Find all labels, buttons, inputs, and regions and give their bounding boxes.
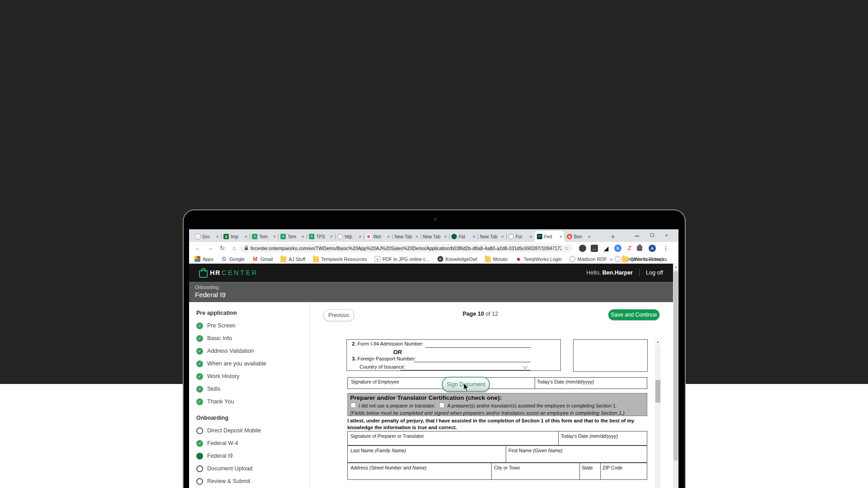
browser-tab[interactable]: XImp× <box>221 231 250 242</box>
browser-tab[interactable]: +TPS× <box>307 231 335 242</box>
bookmark-item[interactable]: ʘKnowledgeOwl <box>437 256 477 262</box>
bookmarks-overflow-icon[interactable]: » <box>610 256 612 262</box>
tab-close-icon[interactable]: × <box>444 234 447 239</box>
bookmark-item[interactable]: Apps <box>194 256 213 262</box>
google-icon: G <box>221 256 227 262</box>
sidebar-item-work-history[interactable]: ✓Work History <box>189 370 309 383</box>
tab-close-icon[interactable]: × <box>530 234 532 239</box>
bookmark-item[interactable]: GGoogle <box>221 256 245 262</box>
tab-close-icon[interactable]: × <box>302 234 304 239</box>
back-icon[interactable]: ← <box>194 245 200 251</box>
globe-icon <box>569 256 575 262</box>
bookmark-item[interactable]: ◆TempWorks Login <box>516 256 562 262</box>
browser-tab[interactable]: http× <box>335 231 364 242</box>
page-scrollbar[interactable]: ▲ <box>673 264 678 488</box>
check-icon: ✓ <box>196 386 203 393</box>
preparer-assisted-checkbox[interactable] <box>439 403 445 408</box>
scroll-up-icon[interactable]: ▲ <box>673 264 678 270</box>
doc-icon: ≡ <box>195 234 200 239</box>
document-scrollbar[interactable]: ▲ <box>655 339 661 488</box>
log-off-button[interactable]: Log off <box>646 270 663 276</box>
sidebar-item-pre-screen[interactable]: ✓Pre Screen <box>189 319 309 332</box>
i94-input-line[interactable] <box>425 347 531 348</box>
tab-close-icon[interactable]: × <box>216 234 219 239</box>
home-icon[interactable]: ⌂ <box>232 245 236 251</box>
browser-tab[interactable]: ≣Wel× <box>364 231 392 242</box>
profile-avatar[interactable]: A <box>649 245 656 252</box>
close-icon[interactable]: × <box>665 232 668 239</box>
browser-tab[interactable]: HRFed× <box>535 231 564 242</box>
browser-tab[interactable]: +Tem× <box>278 231 307 242</box>
bookmark-star-icon[interactable]: ☆ <box>564 245 569 251</box>
tab-close-icon[interactable]: × <box>416 234 418 239</box>
new-tab-button[interactable]: + <box>607 231 618 242</box>
extension-icon[interactable] <box>579 245 586 252</box>
reload-icon[interactable]: ↻ <box>220 245 225 251</box>
chart-extension-icon[interactable]: ◢ <box>602 245 610 252</box>
tab-title: Tem <box>288 234 300 239</box>
sidebar-item-address-validation[interactable]: ✓Address Validation <box>189 345 309 357</box>
sidebar-item-thank-you[interactable]: ✓Thank You <box>189 395 309 408</box>
tab-close-icon[interactable]: × <box>588 234 591 239</box>
country-select-line[interactable] <box>400 370 531 370</box>
address-label: Address (Street Number and Name) <box>351 465 427 470</box>
bookmark-label: Mosaic <box>493 256 508 262</box>
browser-tab[interactable]: New Tab× <box>478 231 506 242</box>
tab-close-icon[interactable]: × <box>387 234 390 239</box>
main-panel: Previous Page 10 of 12 Save and Continue… <box>310 302 673 488</box>
scrollbar-thumb[interactable] <box>674 271 678 461</box>
tab-close-icon[interactable]: × <box>359 234 361 239</box>
sidebar-item-label: Pre Screen <box>207 322 236 329</box>
sidebar-item-basic-info[interactable]: ✓Basic Info <box>189 332 309 345</box>
tab-title: Gro <box>202 234 214 239</box>
sidebar-item-federal-w-4[interactable]: ✓Federal W-4 <box>189 437 309 450</box>
no-preparer-checkbox[interactable] <box>351 403 356 408</box>
browser-tab[interactable]: ≡Gro× <box>193 231 221 242</box>
url-text[interactable]: hrcenter.ontempworks.com/en/TWDemo/Basic… <box>251 246 561 251</box>
tab-close-icon[interactable]: × <box>245 234 247 239</box>
i94-label: 2. Form I-94 Admission Number: <box>352 341 423 346</box>
browser-tab[interactable]: New Tab× <box>392 231 421 242</box>
chrome-menu-icon[interactable]: ⋮ <box>662 245 669 252</box>
sidebar-section-heading: Onboarding <box>189 412 309 424</box>
puzzle-extensions-icon[interactable] <box>637 246 642 251</box>
bookmark-item[interactable]: AJ Stuff <box>280 256 305 262</box>
sidebar-item-when-are-you-available[interactable]: ✓When are you available <box>189 357 309 370</box>
tab-close-icon[interactable]: × <box>273 234 276 239</box>
tab-close-icon[interactable]: × <box>560 234 562 239</box>
browser-tab[interactable]: Fid× <box>449 231 478 242</box>
bookmark-item[interactable]: ▴PDF to JPG online c... <box>375 256 430 262</box>
extension-icon[interactable]: … <box>591 245 598 252</box>
sidebar-item-skills[interactable]: ✓Skills <box>189 383 309 395</box>
last-name-label: Last Name (Family Name) <box>351 448 406 453</box>
browser-tab[interactable]: +Tem× <box>250 231 278 242</box>
maximize-icon[interactable] <box>650 233 654 237</box>
bookmark-item[interactable]: Madison RDP <box>569 256 607 262</box>
tab-close-icon[interactable]: × <box>501 234 504 239</box>
other-bookmarks[interactable]: Other bookmarks <box>622 256 667 262</box>
tab-close-icon[interactable]: × <box>473 234 475 239</box>
minimize-icon[interactable] <box>635 236 639 237</box>
bookmark-item[interactable]: Mosaic <box>485 256 508 262</box>
sheets-icon: + <box>280 234 286 239</box>
sidebar-item-review-submit[interactable]: Review & Submit <box>189 475 309 488</box>
forward-icon[interactable]: → <box>207 245 213 251</box>
sidebar-item-direct-deposit-mobile[interactable]: Direct Deposit Mobile <box>189 424 309 437</box>
extension-icon[interactable]: Z <box>626 245 633 252</box>
tab-close-icon[interactable]: × <box>330 234 333 239</box>
extension-icon[interactable]: b <box>614 245 621 252</box>
address-bar[interactable]: hrcenter.ontempworks.com/en/TWDemo/Basic… <box>240 244 573 252</box>
browser-tab[interactable]: For× <box>506 231 535 242</box>
scroll-up-icon[interactable]: ▲ <box>655 339 661 345</box>
passport-input-line[interactable] <box>414 362 531 362</box>
bookmark-item[interactable]: MGmail <box>252 256 273 262</box>
save-and-continue-button[interactable]: Save and Continue <box>608 309 659 320</box>
divider <box>491 463 492 479</box>
hrcenter-logo[interactable]: HR CENTER <box>199 268 258 278</box>
bookmark-item[interactable]: Tempwork Resources <box>313 256 367 262</box>
sidebar-item-federal-i9[interactable]: Federal I9 <box>189 450 309 462</box>
sidebar-item-document-upload[interactable]: Document Upload <box>189 462 309 475</box>
browser-tab[interactable]: BBen× <box>564 231 593 242</box>
browser-tab[interactable]: New Tab× <box>421 231 449 242</box>
scrollbar-thumb[interactable] <box>655 380 660 403</box>
